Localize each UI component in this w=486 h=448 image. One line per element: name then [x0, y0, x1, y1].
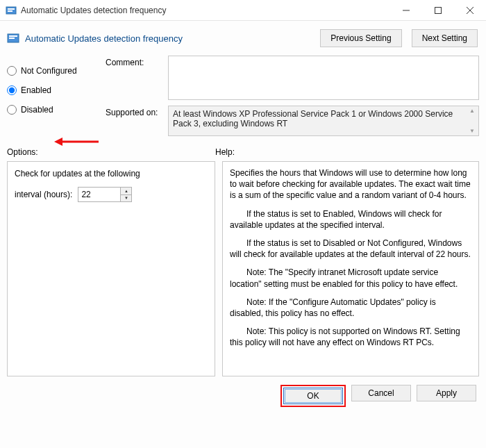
help-paragraph: Note: If the "Configure Automatic Update…	[230, 297, 471, 319]
cancel-button[interactable]: Cancel	[351, 385, 411, 401]
help-paragraph: Note: This policy is not supported on Wi…	[230, 326, 471, 348]
check-updates-label: Check for updates at the following	[15, 169, 208, 179]
comment-label: Comment:	[106, 56, 168, 67]
disabled-radio[interactable]	[7, 105, 17, 115]
supported-on-text: At least Windows XP Professional Service…	[168, 106, 479, 136]
not-configured-label[interactable]: Not Configured	[21, 66, 77, 76]
not-configured-radio[interactable]	[7, 66, 17, 76]
options-panel: Check for updates at the following inter…	[7, 161, 215, 376]
help-paragraph: Note: The "Specify intranet Microsoft up…	[230, 267, 471, 289]
window-title: Automatic Updates detection frequency	[21, 6, 390, 15]
state-radio-group: Not Configured Enabled Disabled	[7, 56, 104, 142]
ok-highlight-annotation: OK	[280, 385, 346, 407]
interval-input[interactable]	[78, 188, 120, 201]
apply-button[interactable]: Apply	[417, 385, 476, 401]
interval-label: interval (hours):	[15, 190, 72, 199]
policy-title: Automatic Updates detection frequency	[25, 33, 310, 44]
maximize-button[interactable]	[422, 0, 454, 21]
help-paragraph: Specifies the hours that Windows will us…	[230, 167, 471, 201]
enabled-radio[interactable]	[7, 85, 17, 95]
comment-textarea[interactable]	[168, 56, 479, 100]
help-heading: Help:	[215, 147, 479, 157]
svg-rect-9	[9, 38, 15, 39]
options-heading: Options:	[7, 147, 215, 157]
close-button[interactable]	[454, 0, 486, 21]
help-paragraph: If the status is set to Disabled or Not …	[230, 238, 471, 260]
svg-rect-8	[9, 35, 17, 37]
help-panel: Specifies the hours that Windows will us…	[222, 161, 479, 376]
supported-on-value: At least Windows XP Professional Service…	[173, 109, 453, 128]
scroll-hint-icon: ▲▼	[467, 108, 477, 134]
help-paragraph: If the status is set to Enabled, Windows…	[230, 208, 471, 231]
enabled-label[interactable]: Enabled	[21, 85, 51, 95]
policy-icon	[7, 32, 19, 44]
svg-rect-1	[8, 8, 15, 10]
app-icon	[6, 5, 17, 16]
spinner-down-button[interactable]: ▼	[121, 195, 131, 202]
supported-on-label: Supported on:	[106, 106, 168, 117]
dialog-footer: OK Cancel Apply	[0, 376, 486, 407]
title-bar: Automatic Updates detection frequency	[0, 0, 486, 21]
header-row: Automatic Updates detection frequency Pr…	[0, 21, 486, 50]
minimize-button[interactable]	[390, 0, 422, 21]
spinner-up-button[interactable]: ▲	[121, 188, 131, 195]
svg-rect-2	[8, 10, 12, 12]
interval-spinner[interactable]: ▲ ▼	[78, 187, 132, 202]
next-setting-button[interactable]: Next Setting	[412, 29, 478, 47]
ok-button[interactable]: OK	[283, 388, 343, 404]
svg-rect-4	[435, 7, 442, 13]
disabled-label[interactable]: Disabled	[21, 105, 53, 115]
previous-setting-button[interactable]: Previous Setting	[320, 29, 401, 47]
